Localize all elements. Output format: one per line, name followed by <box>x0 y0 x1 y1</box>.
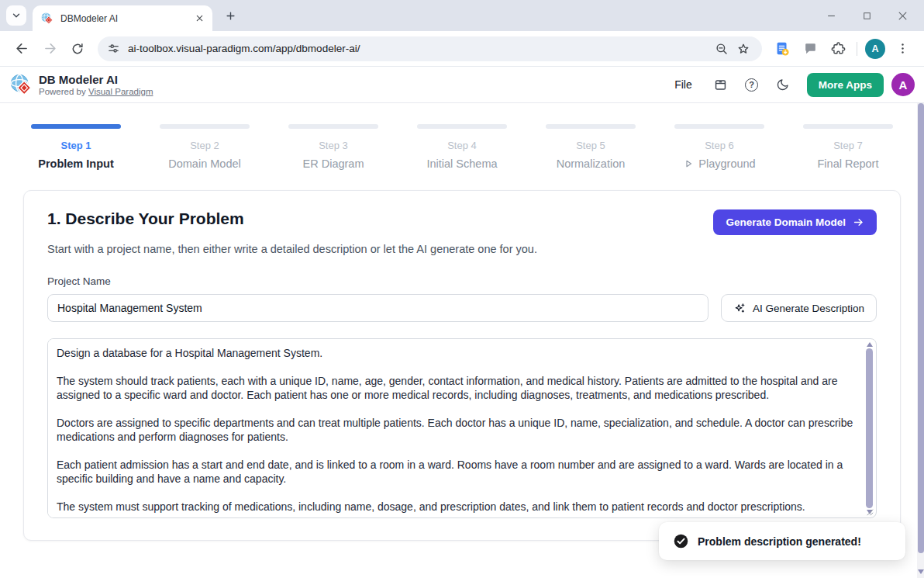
puzzle-icon <box>831 41 846 56</box>
browser-menu-button[interactable] <box>891 37 914 61</box>
toast-notification: Problem description generated! <box>659 522 905 560</box>
step-tabs: Step 1 Problem Input Step 2 Domain Model… <box>0 103 924 170</box>
problem-description-input[interactable]: Design a database for a Hospital Managem… <box>48 339 864 517</box>
step-indicator-bar <box>160 124 250 129</box>
chat-extension-button[interactable] <box>798 37 822 61</box>
step-indicator-bar <box>803 124 893 129</box>
textarea-scrollbar[interactable] <box>864 341 874 516</box>
help-button[interactable]: ? <box>739 71 765 98</box>
powered-by: Powered by Visual Paradigm <box>39 86 153 97</box>
docs-extension-button[interactable] <box>771 37 794 61</box>
tab-step-7-final-report[interactable]: Step 7 Final Report <box>795 124 901 170</box>
resize-grip-icon[interactable] <box>866 508 874 516</box>
reload-button[interactable] <box>66 37 89 61</box>
sparkles-icon <box>733 302 746 315</box>
step-indicator-bar <box>31 124 121 129</box>
tab-search-button[interactable] <box>6 5 26 26</box>
browser-tab[interactable]: DBModeler AI <box>33 5 212 31</box>
ai-generate-description-button[interactable]: AI Generate Description <box>721 294 877 322</box>
step-indicator-bar <box>546 124 636 129</box>
star-icon <box>736 42 750 56</box>
window-minimize-button[interactable] <box>823 8 839 23</box>
address-bar[interactable]: ai-toolbox.visual-paradigm.com/app/dbmod… <box>98 36 762 61</box>
chevron-down-icon <box>11 10 22 21</box>
app-logo-icon <box>9 73 33 96</box>
chrome-profile-avatar[interactable]: A <box>865 39 885 59</box>
page-scroll-down-arrow-icon[interactable] <box>918 569 924 574</box>
new-tab-button[interactable] <box>220 5 240 26</box>
section-subtitle: Start with a project name, then either w… <box>47 243 877 255</box>
step-indicator-bar <box>674 124 764 129</box>
page-scrollbar-thumb[interactable] <box>918 103 924 553</box>
window-maximize-button[interactable] <box>859 8 874 23</box>
minimize-icon <box>826 10 837 22</box>
arrow-right-icon <box>853 216 864 228</box>
step-indicator-bar <box>288 124 378 129</box>
tab-step-2-domain-model[interactable]: Step 2 Domain Model <box>152 124 257 170</box>
more-apps-button[interactable]: More Apps <box>807 73 884 97</box>
zoom-out-icon <box>715 42 729 56</box>
dark-mode-button[interactable] <box>770 71 796 98</box>
zoom-out-button[interactable] <box>711 38 733 60</box>
docs-extension-icon <box>774 40 791 57</box>
forward-button[interactable] <box>38 37 61 61</box>
tab-close-icon[interactable] <box>192 12 206 26</box>
moon-icon <box>776 78 790 92</box>
section-title: 1. Describe Your Problem <box>47 209 244 228</box>
close-icon <box>897 10 908 22</box>
save-project-button[interactable] <box>708 71 734 98</box>
tab-step-3-er-diagram[interactable]: Step 3 ER Diagram <box>281 124 386 170</box>
step-indicator-bar <box>417 124 507 129</box>
extensions-button[interactable] <box>826 37 850 61</box>
toolbar-divider <box>857 42 857 56</box>
url-text: ai-toolbox.visual-paradigm.com/app/dbmod… <box>128 43 360 54</box>
check-circle-icon <box>673 533 689 549</box>
scroll-up-arrow-icon[interactable] <box>867 342 873 347</box>
scrollbar-thumb[interactable] <box>866 348 873 508</box>
plus-icon <box>225 10 236 22</box>
app-header: DB Modeler AI Powered by Visual Paradigm… <box>0 66 924 103</box>
help-icon: ? <box>745 78 758 92</box>
tab-step-6-playground[interactable]: Step 6 Playground <box>667 124 772 170</box>
tab-title: DBModeler AI <box>60 13 192 24</box>
tab-step-4-initial-schema[interactable]: Step 4 Initial Schema <box>409 124 515 170</box>
project-name-input[interactable] <box>47 294 709 322</box>
toast-message: Problem description generated! <box>698 535 861 548</box>
project-name-label: Project Name <box>47 275 877 287</box>
tab-step-1-problem-input[interactable]: Step 1 Problem Input <box>23 124 129 170</box>
browser-toolbar: ai-toolbox.visual-paradigm.com/app/dbmod… <box>0 31 924 66</box>
tab-step-5-normalization[interactable]: Step 5 Normalization <box>538 124 643 170</box>
visual-paradigm-link[interactable]: Visual Paradigm <box>88 87 153 96</box>
play-icon <box>683 158 694 169</box>
kebab-menu-icon <box>896 42 909 55</box>
forward-arrow-icon <box>43 41 57 56</box>
window-close-button[interactable] <box>895 8 910 23</box>
problem-description-field: Design a database for a Hospital Managem… <box>47 338 877 518</box>
site-favicon-icon <box>40 12 53 25</box>
user-avatar[interactable]: A <box>891 73 915 96</box>
browser-titlebar: DBModeler AI <box>0 0 924 31</box>
back-arrow-icon <box>15 41 29 56</box>
app-brand: DB Modeler AI Powered by Visual Paradigm <box>39 73 153 97</box>
app-title: DB Modeler AI <box>39 73 153 86</box>
problem-input-card: 1. Describe Your Problem Generate Domain… <box>23 190 901 541</box>
maximize-icon <box>862 11 872 21</box>
archive-box-icon <box>713 78 728 92</box>
generate-domain-model-button[interactable]: Generate Domain Model <box>713 209 877 235</box>
file-menu[interactable]: File <box>674 78 692 91</box>
window-controls <box>823 8 916 23</box>
chat-bubble-icon <box>803 41 818 56</box>
page-scrollbar[interactable] <box>917 103 924 578</box>
site-settings-icon <box>107 42 120 55</box>
reload-icon <box>71 42 84 56</box>
bookmark-star-button[interactable] <box>733 38 754 60</box>
back-button[interactable] <box>10 37 33 61</box>
